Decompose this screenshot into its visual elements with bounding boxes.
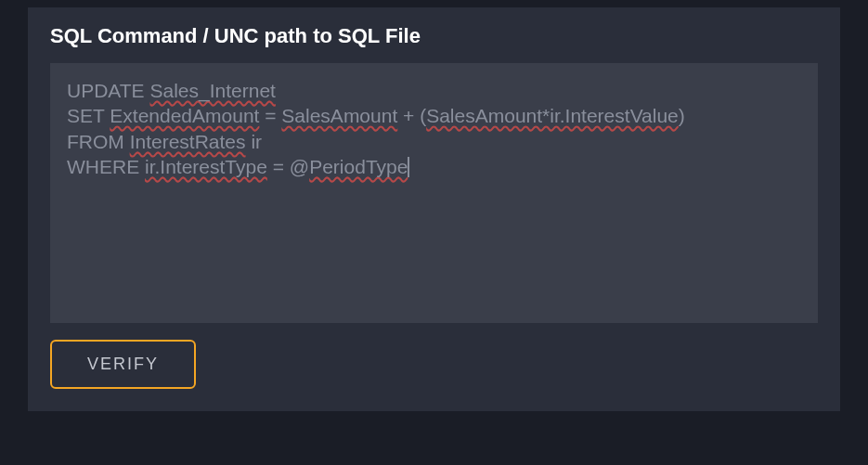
sql-line-4: WHERE ir.InterestType = @PeriodType (67, 154, 801, 179)
sql-token-extendedamount: ExtendedAmount (110, 105, 259, 126)
sql-command-panel: SQL Command / UNC path to SQL File UPDAT… (28, 7, 840, 411)
sql-op-plus-paren: + ( (397, 105, 426, 126)
sql-token-salesamount-ir-interestvalue: SalesAmount*ir.InterestValue (426, 105, 679, 126)
sql-keyword-set: SET (67, 105, 110, 126)
verify-button[interactable]: VERIFY (50, 340, 196, 389)
sql-line-3: FROM InterestRates ir (67, 129, 801, 154)
sql-token-sales-internet: Sales_Internet (149, 80, 275, 101)
sql-keyword-from: FROM (67, 131, 130, 152)
sql-token-ir-interesttype: ir.InterestType (145, 156, 267, 177)
sql-textarea[interactable]: UPDATE Sales_Internet SET ExtendedAmount… (50, 63, 818, 323)
sql-keyword-update: UPDATE (67, 80, 149, 101)
sql-token-periodtype: PeriodType (309, 156, 408, 177)
panel-title: SQL Command / UNC path to SQL File (28, 7, 840, 63)
sql-keyword-where: WHERE (67, 156, 145, 177)
sql-alias-ir: ir (246, 131, 263, 152)
sql-op-eq: = (259, 105, 281, 126)
sql-token-salesamount: SalesAmount (281, 105, 397, 126)
sql-token-interestrates: InterestRates (130, 131, 246, 152)
sql-op-close-paren: ) (679, 105, 685, 126)
sql-line-2: SET ExtendedAmount = SalesAmount + (Sale… (67, 103, 801, 128)
button-row: VERIFY (28, 340, 840, 411)
sql-line-1: UPDATE Sales_Internet (67, 78, 801, 103)
text-cursor (408, 157, 409, 177)
sql-op-eq-at: = @ (267, 156, 309, 177)
